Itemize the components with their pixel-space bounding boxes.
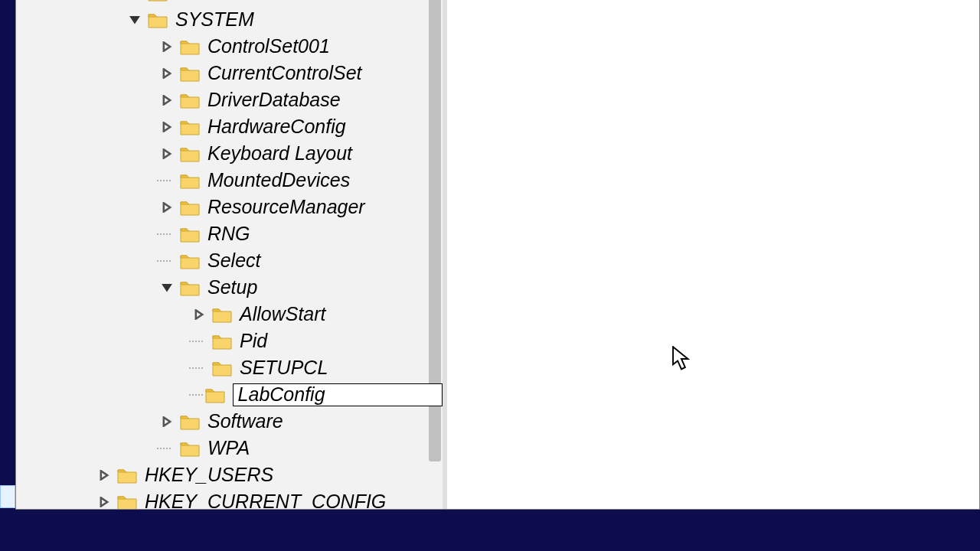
tree-item-hkey-current-config[interactable]: HKEY_CURRENT_CONFIG xyxy=(25,488,443,509)
expand-icon[interactable] xyxy=(157,37,177,57)
tree-label: RNG xyxy=(207,223,250,245)
tree-label: ResourceManager xyxy=(207,196,365,218)
tree-item-hkey-users[interactable]: HKEY_USERS xyxy=(25,461,443,488)
tree-label: AllowStart xyxy=(240,303,326,325)
registry-tree: SOFTWARE SYSTEM ControlSet001 xyxy=(25,0,443,509)
folder-icon xyxy=(180,172,200,189)
tree-item-mounteddevices[interactable]: MountedDevices xyxy=(25,167,443,194)
registry-editor-window: SOFTWARE SYSTEM ControlSet001 xyxy=(15,0,980,510)
tree-item-setupcl[interactable]: SETUPCL xyxy=(25,354,443,381)
tree-item-labconfig[interactable] xyxy=(25,381,443,408)
tree-item-resourcemanager[interactable]: ResourceManager xyxy=(25,194,443,220)
folder-icon xyxy=(180,440,200,457)
folder-icon xyxy=(180,145,200,162)
folder-icon xyxy=(180,413,200,430)
expand-icon[interactable] xyxy=(157,64,177,83)
tree-connector xyxy=(157,435,174,461)
folder-icon xyxy=(117,467,137,484)
tree-label: DriverDatabase xyxy=(207,89,341,111)
tree-label: ControlSet001 xyxy=(207,35,330,57)
tree-label: HardwareConfig xyxy=(207,116,346,138)
expand-icon[interactable] xyxy=(157,197,177,217)
folder-icon xyxy=(180,65,200,82)
collapse-icon[interactable] xyxy=(157,278,177,298)
tree-item-hardwareconfig[interactable]: HardwareConfig xyxy=(25,113,443,140)
tree-item-pid[interactable]: Pid xyxy=(25,328,443,354)
folder-icon xyxy=(148,11,168,28)
tree-item-select[interactable]: Select xyxy=(25,247,443,274)
folder-icon xyxy=(212,360,232,377)
tree-label: SETUPCL xyxy=(240,357,328,379)
rename-input-labconfig[interactable] xyxy=(233,383,443,406)
folder-icon xyxy=(180,253,200,269)
folder-icon xyxy=(148,0,168,2)
tree-label: Pid xyxy=(240,330,267,352)
tree-panel: SOFTWARE SYSTEM ControlSet001 xyxy=(16,0,445,509)
expand-icon[interactable] xyxy=(94,465,114,485)
folder-icon xyxy=(205,386,225,403)
tree-label: SYSTEM xyxy=(175,8,254,31)
tree-label: HKEY_CURRENT_CONFIG xyxy=(145,491,386,509)
tree-item-rng[interactable]: RNG xyxy=(25,220,443,247)
folder-icon xyxy=(180,279,200,296)
taskbar-fragment xyxy=(0,485,15,508)
tree-label: Setup xyxy=(207,276,257,298)
tree-item-driverdatabase[interactable]: DriverDatabase xyxy=(25,86,443,113)
tree-item-software-sub[interactable]: Software xyxy=(25,408,443,435)
tree-item-software[interactable]: SOFTWARE xyxy=(25,0,443,6)
folder-icon xyxy=(180,199,200,216)
tree-item-allowstart[interactable]: AllowStart xyxy=(25,301,443,328)
expand-icon[interactable] xyxy=(157,117,177,137)
tree-label: WPA xyxy=(207,437,250,459)
expand-icon[interactable] xyxy=(189,305,209,324)
folder-icon xyxy=(212,333,232,350)
folder-icon xyxy=(180,226,200,243)
expand-icon[interactable] xyxy=(157,412,177,432)
expand-icon[interactable] xyxy=(157,144,177,164)
tree-connector xyxy=(189,381,203,408)
expand-icon[interactable] xyxy=(94,492,114,510)
tree-item-system[interactable]: SYSTEM xyxy=(25,6,443,33)
tree-item-controlset001[interactable]: ControlSet001 xyxy=(25,33,443,60)
tree-item-setup[interactable]: Setup xyxy=(25,274,443,301)
tree-connector xyxy=(157,247,174,274)
tree-connector xyxy=(189,354,206,381)
folder-icon xyxy=(180,92,200,109)
tree-connector xyxy=(189,328,206,354)
collapse-icon[interactable] xyxy=(125,10,145,30)
tree-item-currentcontrolset[interactable]: CurrentControlSet xyxy=(25,60,443,86)
tree-connector xyxy=(157,167,174,194)
tree-label: Software xyxy=(207,410,283,432)
values-panel xyxy=(445,0,979,509)
folder-icon xyxy=(180,38,200,55)
expand-icon[interactable] xyxy=(125,0,145,3)
tree-item-keyboardlayout[interactable]: Keyboard Layout xyxy=(25,140,443,167)
expand-icon[interactable] xyxy=(157,90,177,110)
tree-label: SOFTWARE xyxy=(175,0,283,4)
tree-label: CurrentControlSet xyxy=(207,62,361,84)
tree-connector xyxy=(157,220,174,247)
tree-label: Keyboard Layout xyxy=(207,142,352,165)
folder-icon xyxy=(212,306,232,323)
tree-label: MountedDevices xyxy=(207,169,350,191)
folder-icon xyxy=(180,119,200,135)
folder-icon xyxy=(117,494,137,510)
tree-item-wpa[interactable]: WPA xyxy=(25,435,443,461)
tree-label: Select xyxy=(207,249,260,272)
tree-label: HKEY_USERS xyxy=(145,464,273,486)
